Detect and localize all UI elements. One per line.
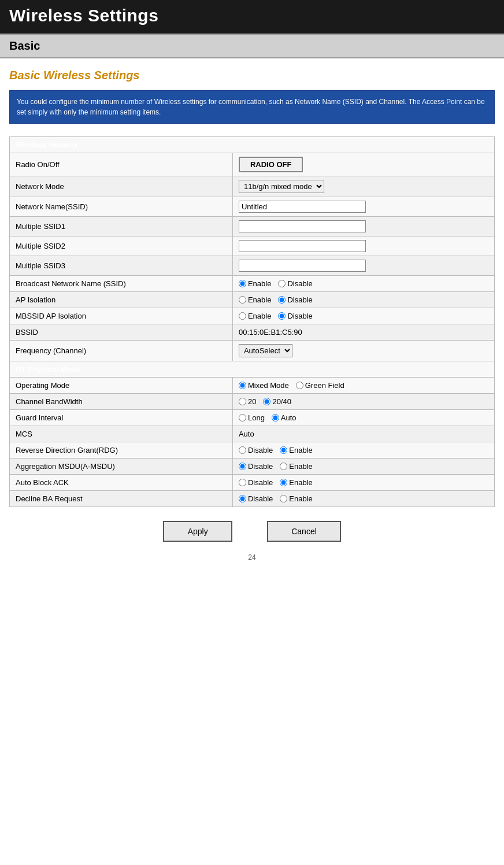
row-value-ht7: Disable Enable bbox=[232, 491, 494, 507]
row-value-w8: Enable Disable bbox=[232, 308, 494, 324]
row-label-ht3: MCS bbox=[10, 426, 233, 442]
row-label-ht0: Operating Mode bbox=[10, 378, 233, 394]
row-value-w6: Enable Disable bbox=[232, 276, 494, 292]
radio-off-button[interactable]: RADIO OFF bbox=[239, 157, 303, 172]
radio-enable[interactable] bbox=[239, 296, 246, 304]
radio-enable[interactable] bbox=[280, 495, 287, 502]
row-value-ht6: Disable Enable bbox=[232, 475, 494, 491]
row-label-w10: Frequency (Channel) bbox=[10, 341, 233, 361]
row-value-w7: Enable Disable bbox=[232, 292, 494, 308]
radio-label-enable[interactable]: Enable bbox=[280, 446, 312, 454]
radio-label-disable[interactable]: Disable bbox=[278, 312, 312, 320]
radio-disable[interactable] bbox=[239, 479, 246, 486]
row-value-ht4: Disable Enable bbox=[232, 442, 494, 459]
radio-label-enable[interactable]: Enable bbox=[239, 312, 271, 320]
row-label-w7: AP Isolation bbox=[10, 292, 233, 308]
radio-label-enable[interactable]: Enable bbox=[280, 478, 312, 487]
text-input-multiple-ssid1[interactable] bbox=[239, 220, 366, 232]
row-label-ht7: Decline BA Request bbox=[10, 491, 233, 507]
row-label-w6: Broadcast Network Name (SSID) bbox=[10, 276, 233, 292]
select-frequency-(channel)[interactable]: AutoSelect1234567891011 bbox=[239, 344, 292, 357]
radio-enable[interactable] bbox=[280, 463, 287, 470]
text-input-multiple-ssid3[interactable] bbox=[239, 260, 366, 272]
row-value-ht3: Auto bbox=[232, 426, 494, 442]
radio-enable[interactable] bbox=[280, 479, 287, 486]
row-label-w4: Multiple SSID2 bbox=[10, 236, 233, 256]
section-bar: Basic bbox=[0, 34, 504, 58]
radio-green-field[interactable] bbox=[296, 382, 303, 389]
row-value-w10: AutoSelect1234567891011 bbox=[232, 341, 494, 361]
radio-20/40[interactable] bbox=[263, 398, 270, 405]
radio-long[interactable] bbox=[239, 414, 246, 422]
radio-enable[interactable] bbox=[239, 280, 246, 287]
apply-button[interactable]: Apply bbox=[163, 521, 232, 542]
row-value-w0: RADIO OFF bbox=[232, 153, 494, 176]
button-row: Apply Cancel bbox=[9, 521, 495, 542]
section-bar-label: Basic bbox=[9, 39, 40, 52]
radio-disable[interactable] bbox=[278, 312, 286, 320]
row-value-ht1: 20 20/40 bbox=[232, 394, 494, 410]
row-label-ht1: Channel BandWidth bbox=[10, 394, 233, 410]
section-title: Basic Wireless Settings bbox=[9, 69, 495, 82]
row-label-w5: Multiple SSID3 bbox=[10, 256, 233, 276]
cancel-button[interactable]: Cancel bbox=[267, 521, 341, 542]
wireless-settings-table: Wireless Network Radio On/OffRADIO OFFNe… bbox=[9, 136, 495, 507]
radio-label-20[interactable]: 20 bbox=[239, 397, 256, 406]
radio-label-disable[interactable]: Disable bbox=[278, 279, 312, 288]
row-label-ht5: Aggregation MSDU(A-MSDU) bbox=[10, 459, 233, 475]
page-number: 24 bbox=[9, 553, 495, 561]
radio-disable[interactable] bbox=[239, 446, 246, 454]
row-value-ht5: Disable Enable bbox=[232, 459, 494, 475]
text-input-network-name(ssid)[interactable] bbox=[239, 201, 366, 213]
radio-label-enable[interactable]: Enable bbox=[280, 494, 312, 503]
row-label-ht4: Reverse Direction Grant(RDG) bbox=[10, 442, 233, 459]
radio-label-disable[interactable]: Disable bbox=[278, 295, 312, 304]
select-network-mode[interactable]: 11b/g/n mixed mode11b only11g only11n on… bbox=[239, 180, 324, 193]
radio-label-disable[interactable]: Disable bbox=[239, 494, 273, 503]
row-label-w9: BSSID bbox=[10, 324, 233, 341]
info-box: You could configure the minimum number o… bbox=[9, 90, 495, 124]
row-value-w9: 00:15:0E:B1:C5:90 bbox=[232, 324, 494, 341]
radio-enable[interactable] bbox=[239, 312, 246, 320]
radio-label-disable[interactable]: Disable bbox=[239, 478, 273, 487]
row-value-ht2: Long Auto bbox=[232, 410, 494, 426]
radio-label-disable[interactable]: Disable bbox=[239, 462, 273, 471]
row-label-ht6: Auto Block ACK bbox=[10, 475, 233, 491]
radio-label-long[interactable]: Long bbox=[239, 413, 265, 422]
radio-label-green-field[interactable]: Green Field bbox=[296, 381, 344, 390]
row-label-w3: Multiple SSID1 bbox=[10, 217, 233, 236]
radio-disable[interactable] bbox=[239, 495, 246, 502]
row-label-w2: Network Name(SSID) bbox=[10, 197, 233, 217]
row-value-ht0: Mixed Mode Green Field bbox=[232, 378, 494, 394]
text-input-multiple-ssid2[interactable] bbox=[239, 240, 366, 252]
radio-label-mixed-mode[interactable]: Mixed Mode bbox=[239, 381, 289, 390]
radio-label-20/40[interactable]: 20/40 bbox=[263, 397, 291, 406]
main-content: Basic Wireless Settings You could config… bbox=[0, 58, 504, 578]
ht-physical-header: HT Physical Mode bbox=[10, 361, 495, 378]
radio-auto[interactable] bbox=[272, 414, 279, 422]
radio-disable[interactable] bbox=[239, 463, 246, 470]
radio-disable[interactable] bbox=[278, 296, 286, 304]
row-value-w5 bbox=[232, 256, 494, 276]
radio-enable[interactable] bbox=[280, 446, 287, 454]
radio-disable[interactable] bbox=[278, 280, 286, 287]
row-value-w2 bbox=[232, 197, 494, 217]
radio-label-disable[interactable]: Disable bbox=[239, 446, 273, 454]
radio-label-auto[interactable]: Auto bbox=[272, 413, 297, 422]
row-value-w3 bbox=[232, 217, 494, 236]
radio-mixed-mode[interactable] bbox=[239, 382, 246, 389]
row-value-w1: 11b/g/n mixed mode11b only11g only11n on… bbox=[232, 176, 494, 197]
page-title: Wireless Settings bbox=[9, 6, 495, 25]
page-header: Wireless Settings bbox=[0, 0, 504, 34]
radio-20[interactable] bbox=[239, 398, 246, 405]
wireless-network-header: Wireless Network bbox=[10, 137, 495, 153]
row-label-w0: Radio On/Off bbox=[10, 153, 233, 176]
radio-label-enable[interactable]: Enable bbox=[239, 295, 271, 304]
radio-label-enable[interactable]: Enable bbox=[280, 462, 312, 471]
row-label-w1: Network Mode bbox=[10, 176, 233, 197]
radio-label-enable[interactable]: Enable bbox=[239, 279, 271, 288]
row-label-ht2: Guard Interval bbox=[10, 410, 233, 426]
row-value-w4 bbox=[232, 236, 494, 256]
row-label-w8: MBSSID AP Isolation bbox=[10, 308, 233, 324]
